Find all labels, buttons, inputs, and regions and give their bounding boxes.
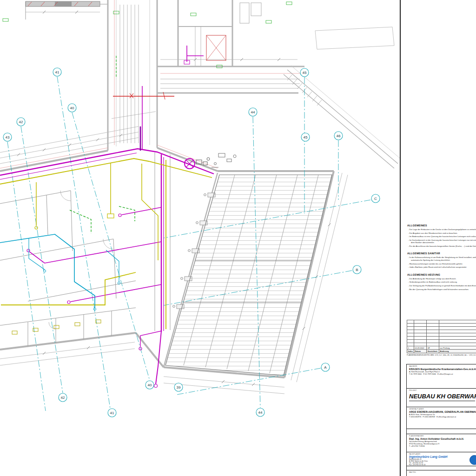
floor-plan-drawing: 40 41 42 43 44 45 45 46 40 41 42 39 44 A… bbox=[0, 0, 401, 476]
notes-heading: ALLGEMEINES SANITÄR bbox=[407, 252, 476, 255]
grid-bubble: 42 bbox=[17, 118, 25, 126]
project-title: NEUBAU KH OBERWART bbox=[409, 393, 475, 401]
svg-text:A: A bbox=[324, 365, 327, 370]
svg-text:42: 42 bbox=[19, 120, 23, 124]
planverfasser-block: PLANVERFASSER Dipl. Ing. Anton Hofstätte… bbox=[407, 434, 476, 452]
table-row bbox=[407, 337, 476, 340]
bauherr-block: BAUHERR KRAGES Burgenländische Krankenan… bbox=[407, 364, 476, 389]
block-label: PLANVERFASSER bbox=[409, 435, 475, 437]
fachplaner-block: FACHPLANER Ingenieurbüro Lang GmbH Bahnh… bbox=[407, 452, 476, 466]
note-item: Die Lage der Einbauten in der Decke ist … bbox=[411, 228, 476, 231]
table-row bbox=[407, 333, 476, 337]
planinhalt-block: PLANINHALT KT3_HKC_A7_OE_1U_RINGERSTAUB1… bbox=[407, 429, 476, 434]
grid-bubble: 39 bbox=[174, 383, 183, 391]
note-item: Warmwasserleitungen werden bis zur Entna… bbox=[411, 263, 476, 265]
grid-bubble: 45 bbox=[301, 133, 310, 141]
grid-bubble: 40 bbox=[68, 104, 76, 112]
plan-sheet: 40 41 42 43 44 45 45 46 40 41 42 39 44 A… bbox=[0, 0, 476, 476]
general-notes: ALLGEMEINES Die Lage der Einbauten in de… bbox=[407, 224, 476, 295]
bauherr-contact: T 05 7979 3060 · F 05 7979 3066 · E offi… bbox=[409, 373, 475, 375]
table-row bbox=[407, 324, 476, 327]
svg-text:44: 44 bbox=[258, 410, 263, 415]
grid-bubble: 41 bbox=[53, 68, 61, 76]
revision-header-row: IndexDatum GezeichnetÄnderung bbox=[407, 350, 476, 353]
generalplaner-block: GENERALPLANER ARGE EDERER+HAGHIRIAN, GEN… bbox=[407, 407, 476, 429]
note-item: Verbindungsstellen im Bodenaufbau sind n… bbox=[411, 281, 476, 283]
revision-table: 101.09.2002 GFzur Prüfung IndexDatum Gez… bbox=[407, 320, 476, 353]
svg-text:44: 44 bbox=[251, 110, 255, 114]
grid-bubble: 41 bbox=[108, 409, 116, 417]
svg-text:42: 42 bbox=[61, 396, 65, 400]
plankennung-top: PLANKENNUNGEN ELEKTRO-MED KTO_ELT_BHA_GR… bbox=[407, 354, 476, 356]
fachplaner-name: Ingenieurbüro Lang GmbH bbox=[409, 455, 475, 458]
svg-text:43: 43 bbox=[6, 135, 10, 139]
note-item: Für die Anschlüsse der bauseits beigeste… bbox=[411, 245, 476, 247]
fachplaner-logo-icon bbox=[469, 455, 476, 465]
grid-bubble: 45 bbox=[300, 68, 309, 77]
planverfasser-line: T +43 4762 713556 bbox=[409, 445, 475, 447]
note-item: Die Anbindung der Heizkörper erfolgt aus… bbox=[411, 278, 476, 280]
table-row bbox=[407, 320, 476, 324]
bauteil-block: BAUTEIL bbox=[407, 470, 476, 476]
note-item: Jedes Bad bzw. jeder Raum wird mit Lufts… bbox=[411, 266, 476, 268]
svg-text:45: 45 bbox=[303, 71, 307, 75]
note-item: In der Kaltwasserleitung ist am Ende der… bbox=[411, 256, 476, 261]
grid-bubble: C bbox=[371, 194, 380, 203]
grid-bubble: 40 bbox=[145, 381, 154, 389]
block-label: BAUHERR bbox=[409, 365, 475, 367]
projekt-block: PROJEKT NEUBAU KH OBERWART bbox=[407, 389, 476, 407]
svg-text:45: 45 bbox=[304, 135, 308, 139]
table-row bbox=[407, 343, 476, 346]
notes-sanitaer: ALLGEMEINES SANITÄR In der Kaltwasserlei… bbox=[407, 252, 476, 268]
note-item: Die Verlegung der Fußbodenheizung ist ge… bbox=[411, 284, 476, 287]
grid-bubble: 44 bbox=[256, 408, 264, 416]
svg-text:B: B bbox=[356, 268, 358, 272]
grid-bubble: 44 bbox=[249, 108, 257, 116]
title-block-panel: ALLGEMEINES Die Lage der Einbauten in de… bbox=[400, 0, 476, 476]
svg-text:41: 41 bbox=[110, 411, 114, 415]
note-item: Die Angaben aus den Wandansichten sind z… bbox=[411, 232, 476, 234]
pipes-cyan bbox=[0, 234, 120, 311]
grid-bubble: B bbox=[353, 265, 361, 274]
block-label: GENERALPLANER bbox=[409, 408, 475, 410]
grid-bubble: 43 bbox=[3, 133, 12, 141]
svg-text:C: C bbox=[374, 197, 377, 201]
title-block: BAUHERR KRAGES Burgenländische Krankenan… bbox=[406, 364, 476, 476]
notes-allgemeines: ALLGEMEINES Die Lage der Einbauten in de… bbox=[407, 224, 476, 247]
note-item: Im Deckenbereich ist die Querung der hau… bbox=[411, 239, 476, 244]
plankennung-code: KTO_ELT_BHA_GR_1G_RINGERAUSB_HW / KTO_EL… bbox=[435, 354, 476, 356]
svg-text:46: 46 bbox=[337, 134, 341, 138]
table-row bbox=[407, 330, 476, 333]
table-row bbox=[407, 327, 476, 330]
grid-bubble: A bbox=[321, 363, 330, 371]
note-item: Im Bodenaufbau ist eine Querung der haus… bbox=[411, 235, 476, 238]
plankennung-block: PLANKENNUNG KT3_HLE_A7_GR_1U_RINGERSTAUB… bbox=[407, 466, 476, 470]
svg-text:40: 40 bbox=[148, 383, 152, 387]
notes-heading: ALLGEMEINES bbox=[407, 224, 476, 227]
plankennung-label: PLANKENNUNGEN ELEKTRO-MED bbox=[407, 354, 434, 356]
svg-text:41: 41 bbox=[55, 70, 60, 74]
svg-text:39: 39 bbox=[177, 385, 181, 390]
svg-text:40: 40 bbox=[70, 106, 74, 110]
revision-entry-row: 101.09.2002 GFzur Prüfung bbox=[407, 346, 476, 350]
generalplaner-contact: T 0316 682976 · F 0316 682959 · E office… bbox=[409, 416, 475, 418]
grid-bubble: 42 bbox=[59, 393, 67, 402]
pipes-green-dashed bbox=[70, 56, 135, 233]
generalplaner-name: ARGE EDERER+HAGHIRIAN, GENERALPLAN OBERW… bbox=[409, 410, 475, 413]
notes-heading: ALLGEMEINES HEIZUNG bbox=[407, 273, 476, 276]
notes-heizung: ALLGEMEINES HEIZUNG Die Anbindung der He… bbox=[407, 273, 476, 291]
table-row bbox=[407, 340, 476, 343]
room-tags bbox=[3, 2, 292, 68]
grid-bubble: 46 bbox=[334, 132, 343, 140]
note-item: Bei der Querung der Estrichdehnfugen sin… bbox=[411, 288, 476, 291]
bauherr-name: KRAGES Burgenländische Krankenanstalten-… bbox=[409, 368, 475, 370]
block-label: BAUTEIL bbox=[409, 471, 475, 473]
block-label: PROJEKT bbox=[409, 390, 475, 391]
